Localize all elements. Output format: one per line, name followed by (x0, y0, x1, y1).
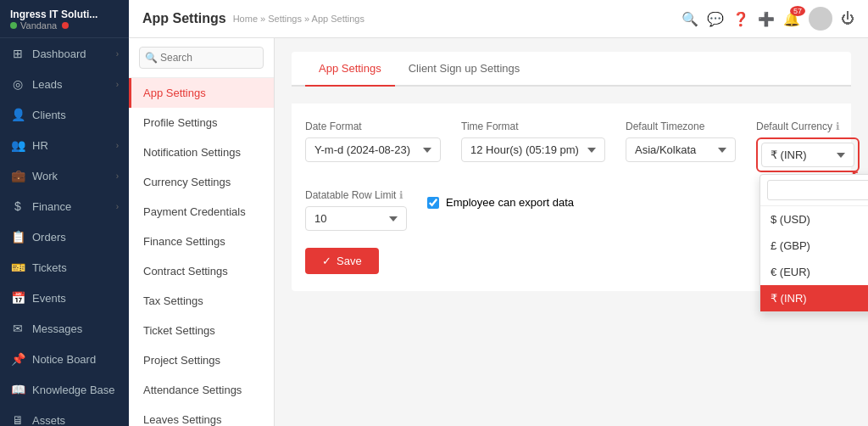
power-icon[interactable]: ⏻ (841, 11, 854, 26)
sub-nav-item-notification-settings[interactable]: Notification Settings (129, 137, 274, 167)
leads-icon: ◎ (10, 77, 25, 91)
orders-icon: 📋 (10, 230, 25, 244)
online-dot (10, 22, 17, 29)
user-name: Vandana (10, 20, 119, 31)
currency-group: Default Currency ℹ ₹ (INR) ↖ (756, 121, 860, 172)
sub-nav-item-profile-settings[interactable]: Profile Settings (129, 108, 274, 137)
sidebar-item-notice-board[interactable]: 📌 Notice Board (0, 344, 129, 374)
sidebar-item-finance[interactable]: $ Finance › (0, 191, 129, 221)
save-checkmark-icon: ✓ (322, 255, 331, 267)
currency-search-input[interactable] (767, 180, 868, 200)
currency-highlight-box: ₹ (INR) ↖ (756, 137, 860, 172)
search-icon: 🔍 (145, 52, 158, 64)
currency-option-gbp[interactable]: £ (GBP) (760, 233, 868, 259)
sidebar-item-dashboard[interactable]: ⊞ Dashboard › (0, 38, 129, 69)
sub-nav-item-app-settings[interactable]: App Settings (129, 78, 274, 108)
tab-app-settings[interactable]: App Settings (305, 52, 395, 87)
notice-icon: 📌 (10, 352, 25, 366)
dashboard-icon: ⊞ (10, 47, 25, 60)
chevron-icon: › (116, 80, 119, 89)
work-icon: 💼 (10, 169, 25, 182)
search-input[interactable] (139, 47, 264, 69)
export-checkbox[interactable] (427, 197, 439, 209)
sidebar-item-hr[interactable]: 👥 HR › (0, 130, 129, 160)
tab-client-signup[interactable]: Client Sign up Settings (395, 52, 534, 87)
sub-nav-item-leaves-settings[interactable]: Leaves Settings (129, 405, 274, 426)
search-icon[interactable]: 🔍 (682, 11, 698, 27)
currency-option-eur[interactable]: € (EUR) (760, 259, 868, 285)
breadcrumb: Home » Settings » App Settings (233, 14, 364, 24)
chat-icon[interactable]: 💬 (707, 11, 724, 27)
assets-icon: 🖥 (10, 413, 25, 426)
topbar: App Settings Home » Settings » App Setti… (129, 0, 868, 38)
sub-nav-item-payment-credentials[interactable]: Payment Credentials (129, 197, 274, 227)
datatable-select[interactable]: 10 (305, 206, 407, 231)
settings-tabs: App Settings Client Sign up Settings (292, 52, 851, 87)
currency-help-icon[interactable]: ℹ (836, 121, 840, 132)
finance-icon: $ (10, 199, 25, 213)
sidebar-item-leads[interactable]: ◎ Leads › (0, 69, 129, 99)
sidebar-item-assets[interactable]: 🖥 Assets (0, 405, 129, 426)
timezone-label: Default Timezone (626, 121, 736, 132)
sidebar-item-orders[interactable]: 📋 Orders (0, 221, 129, 252)
sidebar-item-work[interactable]: 💼 Work › (0, 160, 129, 191)
chevron-icon: › (116, 141, 119, 150)
sidebar-item-knowledge-base[interactable]: 📖 Knowledge Base (0, 374, 129, 405)
save-button[interactable]: ✓ Save (305, 248, 379, 274)
sub-nav-search-area: 🔍 (129, 38, 274, 78)
sidebar-item-clients[interactable]: 👤 Clients (0, 99, 129, 130)
avatar[interactable] (809, 7, 832, 31)
form-row-1: Date Format Y-m-d (2024-08-23) Time Form… (305, 121, 837, 172)
sub-nav-item-currency-settings[interactable]: Currency Settings (129, 167, 274, 197)
messages-icon: ✉ (10, 322, 25, 335)
currency-option-usd[interactable]: $ (USD) (760, 206, 868, 233)
knowledge-icon: 📖 (10, 383, 25, 396)
currency-dropdown: $ (USD) £ (GBP) € (EUR) ₹ (INR) (760, 174, 868, 312)
app-name: Ingress IT Soluti... (10, 8, 119, 20)
currency-label: Default Currency ℹ (756, 121, 860, 132)
page-title: App Settings (142, 11, 226, 26)
timezone-select[interactable]: Asia/Kolkata (626, 137, 736, 162)
notification-badge: 57 (790, 6, 805, 16)
sidebar-logo: Ingress IT Soluti... Vandana (0, 0, 129, 38)
sub-nav-item-contract-settings[interactable]: Contract Settings (129, 256, 274, 286)
sub-nav-item-tax-settings[interactable]: Tax Settings (129, 286, 274, 316)
content-area: 🔍 App Settings Profile Settings Notifica… (129, 38, 868, 426)
date-format-label: Date Format (305, 121, 441, 132)
sidebar-item-messages[interactable]: ✉ Messages (0, 313, 129, 344)
currency-search-area (760, 175, 868, 206)
sidebar-item-tickets[interactable]: 🎫 Tickets (0, 252, 129, 283)
chevron-icon: › (116, 171, 119, 181)
datatable-group: Datatable Row Limit ℹ 10 (305, 189, 407, 231)
plus-circle-icon[interactable]: ➕ (758, 11, 775, 27)
hr-icon: 👥 (10, 138, 25, 152)
currency-select[interactable]: ₹ (INR) (761, 143, 854, 167)
sub-nav-item-project-settings[interactable]: Project Settings (129, 345, 274, 375)
topbar-right: 🔍 💬 ❓ ➕ 🔔 57 ⏻ (682, 7, 854, 31)
bell-icon[interactable]: 🔔 57 (783, 11, 800, 27)
clients-icon: 👤 (10, 108, 25, 121)
currency-option-inr[interactable]: ₹ (INR) (760, 285, 868, 311)
form-row-2: Datatable Row Limit ℹ 10 Employee can ex… (305, 189, 837, 231)
sub-nav-item-finance-settings[interactable]: Finance Settings (129, 227, 274, 256)
sub-nav-item-ticket-settings[interactable]: Ticket Settings (129, 316, 274, 345)
help-circle-icon[interactable]: ❓ (732, 11, 749, 27)
sub-navigation: 🔍 App Settings Profile Settings Notifica… (129, 38, 275, 426)
sidebar-item-events[interactable]: 📅 Events (0, 283, 129, 313)
export-group: Employee can export data (427, 189, 574, 209)
chevron-icon: › (116, 49, 119, 59)
datatable-label: Datatable Row Limit ℹ (305, 189, 407, 201)
events-icon: 📅 (10, 291, 25, 305)
date-format-select[interactable]: Y-m-d (2024-08-23) (305, 137, 441, 162)
sub-nav-item-attendance-settings[interactable]: Attendance Settings (129, 375, 274, 405)
date-format-group: Date Format Y-m-d (2024-08-23) (305, 121, 441, 162)
main-area: App Settings Home » Settings » App Setti… (129, 0, 868, 426)
page-content: App Settings Client Sign up Settings Dat… (275, 38, 868, 426)
time-format-group: Time Format 12 Hour(s) (05:19 pm) (461, 121, 605, 162)
chevron-icon: › (116, 202, 119, 211)
time-format-select[interactable]: 12 Hour(s) (05:19 pm) (461, 137, 605, 162)
export-checkbox-row: Employee can export data (427, 196, 574, 209)
tickets-icon: 🎫 (10, 261, 25, 274)
settings-form: Date Format Y-m-d (2024-08-23) Time Form… (292, 104, 851, 291)
datatable-help-icon[interactable]: ℹ (399, 189, 403, 201)
